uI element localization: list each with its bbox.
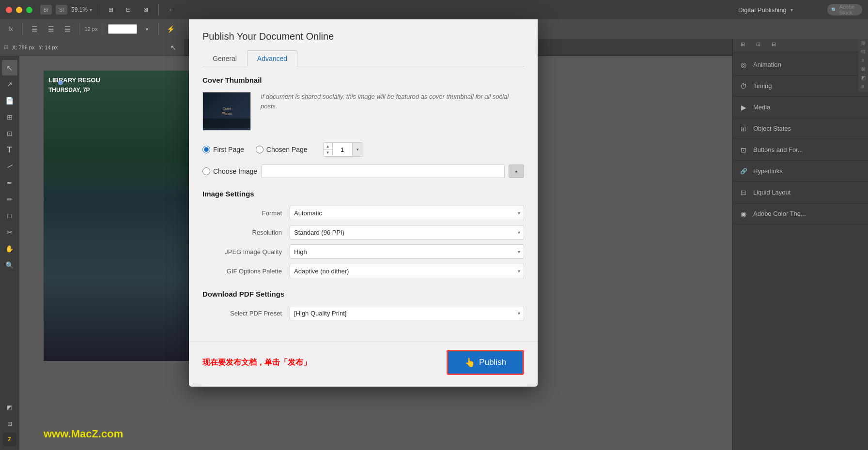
gif-palette-dropdown-wrapper: Adaptive (no dither) ▾ bbox=[290, 264, 524, 278]
arrow-icon[interactable]: ← bbox=[165, 3, 178, 16]
separator-2 bbox=[158, 4, 159, 15]
choose-image-label-text: Choose Image bbox=[213, 167, 257, 175]
pdf-preset-row: Select PDF Preset [High Quality Print] ▾ bbox=[202, 306, 524, 320]
pdf-preset-dropdown[interactable]: [High Quality Print] bbox=[290, 306, 524, 320]
folder-icon: ▪ bbox=[515, 167, 518, 175]
mac-maximize-button[interactable] bbox=[26, 7, 32, 13]
mac-minimize-button[interactable] bbox=[16, 7, 22, 13]
choose-image-radio[interactable] bbox=[202, 167, 210, 175]
digital-publishing-menu[interactable]: Digital Publishing bbox=[738, 6, 787, 14]
cover-thumbnail-section: QuietPlaces If document is shared social… bbox=[202, 92, 524, 131]
browse-folder-button[interactable]: ▪ bbox=[509, 165, 524, 178]
indesign-header: Digital Publishing ▾ 🔍 Adobe Stock bbox=[732, 0, 868, 19]
cover-thumbnail-title: Cover Thumbnail bbox=[202, 76, 524, 84]
spinner-down[interactable]: ▼ bbox=[324, 150, 332, 156]
footer-hint-text: 现在要发布文档，单击「发布」 bbox=[202, 358, 311, 368]
gif-palette-row: GIF Options Palette Adaptive (no dither)… bbox=[202, 264, 524, 278]
view-icon[interactable]: ⊞ bbox=[104, 3, 118, 16]
image-settings-title: Image Settings bbox=[202, 190, 524, 198]
pdf-preset-label: Select PDF Preset bbox=[202, 310, 290, 317]
page-number-input[interactable] bbox=[333, 143, 352, 156]
pdf-settings-section: Download PDF Settings Select PDF Preset … bbox=[202, 290, 524, 320]
format-dropdown[interactable]: Automatic bbox=[290, 206, 524, 220]
radio-group: First Page Chosen Page ▲ ▼ ▾ bbox=[202, 142, 524, 157]
thumbnail-description: If document is shared socially, this ima… bbox=[261, 92, 524, 111]
jpeg-quality-row: JPEG Image Quality High ▾ bbox=[202, 244, 524, 259]
first-page-radio[interactable] bbox=[202, 146, 210, 153]
resolution-label: Resolution bbox=[202, 229, 290, 236]
gif-palette-dropdown[interactable]: Adaptive (no dither) bbox=[290, 264, 524, 278]
zoom-control: 59.1% ▾ bbox=[71, 6, 92, 13]
choose-image-row: Choose Image ▪ bbox=[202, 165, 524, 178]
bridge-icon[interactable]: Br bbox=[40, 5, 52, 15]
first-page-label: First Page bbox=[213, 146, 244, 153]
tab-general[interactable]: General bbox=[202, 50, 247, 66]
dialog-overlay: Publish Your Document Online General Adv… bbox=[0, 19, 868, 450]
thumbnail-book-title: QuietPlaces bbox=[221, 106, 232, 116]
pdf-preset-dropdown-wrapper: [High Quality Print] ▾ bbox=[290, 306, 524, 320]
jpeg-quality-dropdown[interactable]: High bbox=[290, 244, 524, 259]
transform-icon[interactable]: ⊟ bbox=[122, 3, 135, 16]
arrangement-icon[interactable]: ⊠ bbox=[139, 3, 153, 16]
zoom-value: 59.1% bbox=[71, 6, 88, 13]
spinner-up[interactable]: ▲ bbox=[324, 143, 332, 150]
pdf-settings-title: Download PDF Settings bbox=[202, 290, 524, 298]
cursor-hand-icon: 👆 bbox=[465, 357, 475, 368]
mac-close-button[interactable] bbox=[6, 7, 12, 13]
resolution-dropdown[interactable]: Standard (96 PPI) bbox=[290, 225, 524, 240]
image-settings-section: Image Settings Format Automatic ▾ Resolu… bbox=[202, 190, 524, 278]
jpeg-quality-dropdown-wrapper: High ▾ bbox=[290, 244, 524, 259]
separator-1 bbox=[98, 4, 98, 15]
resolution-dropdown-wrapper: Standard (96 PPI) ▾ bbox=[290, 225, 524, 240]
dialog-tabs: General Advanced bbox=[202, 50, 524, 66]
dialog-footer: 现在要发布文档，单击「发布」 👆 Publish bbox=[189, 342, 538, 387]
format-row: Format Automatic ▾ bbox=[202, 206, 524, 220]
chosen-page-option[interactable]: Chosen Page bbox=[256, 146, 308, 153]
zoom-chevron-icon[interactable]: ▾ bbox=[90, 7, 92, 13]
publish-button[interactable]: 👆 Publish bbox=[447, 350, 524, 375]
stock-icon[interactable]: St bbox=[56, 5, 67, 15]
choose-image-path-input[interactable] bbox=[261, 165, 505, 178]
dialog-body: Cover Thumbnail QuietPlaces If document … bbox=[189, 66, 538, 342]
format-dropdown-wrapper: Automatic ▾ bbox=[290, 206, 524, 220]
gif-palette-label: GIF Options Palette bbox=[202, 268, 290, 275]
thumbnail-inner: QuietPlaces bbox=[203, 92, 250, 130]
first-page-option[interactable]: First Page bbox=[202, 146, 244, 153]
adobe-stock-search[interactable]: Adobe Stock bbox=[839, 4, 858, 15]
publish-button-label: Publish bbox=[479, 358, 506, 367]
jpeg-quality-label: JPEG Image Quality bbox=[202, 248, 290, 255]
dialog-title: Publish Your Document Online bbox=[202, 31, 524, 42]
thumbnail-preview: QuietPlaces bbox=[202, 92, 251, 131]
choose-image-option[interactable]: Choose Image bbox=[202, 167, 257, 175]
spinner-dropdown-btn[interactable]: ▾ bbox=[352, 143, 363, 156]
tab-advanced[interactable]: Advanced bbox=[247, 50, 297, 66]
format-label: Format bbox=[202, 210, 290, 217]
digital-publishing-chevron[interactable]: ▾ bbox=[790, 7, 793, 13]
dialog-header: Publish Your Document Online General Adv… bbox=[189, 19, 538, 66]
publish-dialog: Publish Your Document Online General Adv… bbox=[189, 19, 538, 387]
resolution-row: Resolution Standard (96 PPI) ▾ bbox=[202, 225, 524, 240]
chosen-page-label: Chosen Page bbox=[266, 146, 308, 153]
page-number-spinner: ▲ ▼ ▾ bbox=[323, 142, 363, 157]
chosen-page-radio[interactable] bbox=[256, 146, 264, 153]
